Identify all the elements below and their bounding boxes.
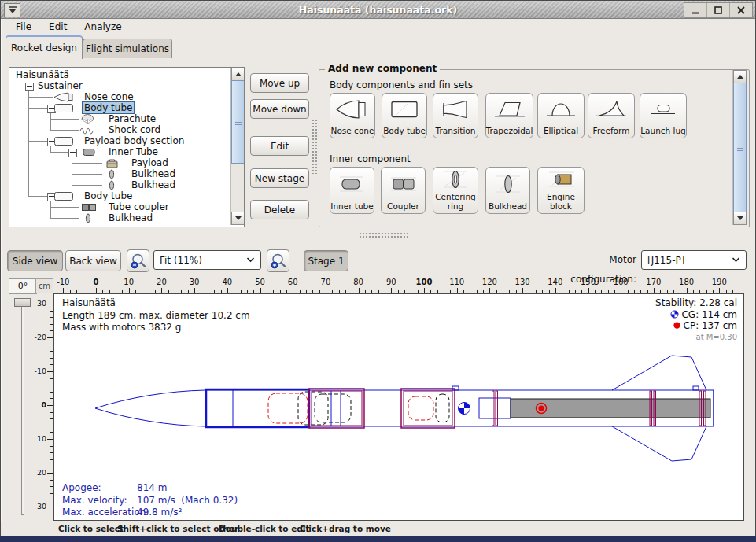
add-launch-lug-button[interactable]: Launch lug [640, 93, 687, 138]
scrollbar-thumb[interactable] [231, 80, 245, 164]
ruler-label: 0 [34, 400, 46, 409]
tree-item-payload[interactable]: Payload [130, 157, 170, 168]
parachute-marker[interactable] [268, 393, 308, 423]
move-down-button[interactable]: Move down [250, 99, 309, 119]
edit-button[interactable]: Edit [250, 136, 309, 156]
add-elliptical-button[interactable]: Elliptical [537, 93, 585, 138]
scrollbar-thumb[interactable] [733, 83, 747, 213]
ruler-tick [50, 486, 53, 487]
add-inner-tube-button[interactable]: Inner tube [330, 167, 374, 214]
tree-item-body-tube[interactable]: Body tube [82, 101, 135, 114]
tree-item-sustainer[interactable]: Sustainer [36, 80, 84, 91]
tree-item-parachute[interactable]: Parachute [107, 113, 157, 124]
tree-expander-icon[interactable] [25, 83, 34, 91]
tab-rocket-design[interactable]: Rocket design [6, 35, 83, 59]
rotation-angle-field[interactable]: 0° [9, 278, 37, 294]
motor-configuration-select[interactable]: [J115-P] [641, 250, 747, 270]
zoom-level-select[interactable]: Fit (11%) [153, 250, 261, 270]
scroll-up-icon[interactable] [231, 68, 245, 81]
centering-ring[interactable] [496, 391, 498, 426]
inner-tube-outline[interactable] [479, 398, 511, 418]
zoom-out-button[interactable] [127, 249, 149, 272]
ruler-label: 190 [707, 278, 731, 286]
flight-stat-value: 49.8 m/s² [137, 507, 182, 518]
shock-cord-marker[interactable] [298, 392, 328, 425]
component-label: Trapezoidal [486, 126, 533, 135]
tree-item-bulkhead[interactable]: Bulkhead [130, 179, 177, 190]
centering-ring[interactable] [492, 391, 495, 426]
add-body-tube-button[interactable]: Body tube [382, 93, 427, 138]
ruler-label: 170 [642, 278, 666, 286]
component-label: Transition [436, 126, 476, 135]
side-view-button[interactable]: Side view [7, 250, 63, 271]
launch-lug-rear[interactable] [693, 386, 699, 390]
vertical-splitter[interactable] [312, 119, 318, 174]
zoom-in-button[interactable] [267, 249, 289, 272]
stage-1-toggle[interactable]: Stage 1 [304, 250, 348, 271]
engine-block-icon [543, 168, 579, 192]
ruler-label: -30 [34, 299, 46, 308]
menu-file[interactable]: File [9, 20, 39, 33]
component-label: Body tube [383, 126, 426, 135]
title-bar[interactable]: Haisunäätä (haisunaata.ork) [1, 1, 755, 19]
coupler-section-outer[interactable] [401, 389, 455, 428]
rocket-view-canvas[interactable]: Haisunäätä Length 189 cm, max. diameter … [53, 293, 744, 521]
add-nose-cone-button[interactable]: Nose cone [330, 93, 375, 138]
back-view-button[interactable]: Back view [65, 250, 121, 271]
group-label-inner-component: Inner component [330, 153, 411, 164]
ruler-tick [47, 405, 53, 406]
add-transition-button[interactable]: Transition [433, 93, 478, 138]
rotation-slider-handle[interactable] [14, 298, 31, 307]
flight-stat-row: Max. acceleration:49.8 m/s² [62, 507, 238, 519]
tree-item-inner-tube[interactable]: Inner Tube [107, 146, 160, 157]
window-menu-icon[interactable] [4, 3, 20, 17]
body-tube-icon [53, 136, 76, 149]
scroll-down-icon[interactable] [733, 212, 747, 225]
ruler-tick [50, 432, 53, 433]
horizontal-splitter[interactable] [359, 232, 409, 238]
ruler-tick [50, 514, 53, 514]
add-trapezoidal-button[interactable]: Trapezoidal [485, 93, 533, 138]
component-label: Freeform [593, 126, 630, 135]
selected-body-tube[interactable] [206, 389, 309, 427]
tree-item-tube-coupler[interactable]: Tube coupler [107, 201, 171, 212]
fin-top[interactable] [612, 356, 706, 390]
maximize-button[interactable] [706, 3, 729, 17]
tree-item-shock-cord[interactable]: Shock cord [107, 124, 162, 135]
parachute-marker-2[interactable] [408, 396, 433, 420]
tree-connector [50, 152, 68, 153]
new-stage-button[interactable]: New stage [250, 168, 309, 188]
tab-flight-simulations[interactable]: Flight simulations [83, 39, 172, 58]
add-bulkhead-button[interactable]: Bulkhead [485, 167, 530, 214]
rotation-slider-track[interactable] [21, 300, 24, 515]
nose-cone-outline[interactable] [95, 390, 205, 426]
flight-stat-value: 107 m/s (Mach 0.32) [137, 495, 238, 506]
delete-button[interactable]: Delete [250, 200, 309, 219]
tree-item-bulkhead[interactable]: Bulkhead [107, 212, 154, 223]
component-tree[interactable]: HaisunäätäSustainerNose coneBody tubePar… [9, 67, 245, 227]
component-label: Engine block [538, 192, 584, 211]
move-up-button[interactable]: Move up [250, 73, 309, 93]
add-engine-block-button[interactable]: Engine block [537, 167, 585, 214]
tree-item-bulkhead[interactable]: Bulkhead [130, 168, 177, 179]
rocket-name: Haisunäätä [62, 297, 250, 310]
tree-item-haisun-t-[interactable]: Haisunäätä [14, 69, 71, 80]
close-button[interactable] [729, 3, 752, 17]
shock-cord-marker-2[interactable] [436, 394, 449, 422]
payload-marker[interactable] [315, 394, 351, 422]
add-coupler-button[interactable]: Coupler [381, 167, 426, 214]
add-centering-ring-button[interactable]: Centering ring [433, 167, 478, 214]
fin-bottom[interactable] [612, 426, 706, 461]
scroll-down-icon[interactable] [231, 212, 245, 225]
tree-item-payload-body-section[interactable]: Payload body section [83, 135, 186, 146]
menu-analyze[interactable]: Analyze [77, 20, 128, 33]
minimize-button[interactable] [684, 3, 706, 17]
menu-edit[interactable]: Edit [42, 20, 74, 33]
tree-expander-icon[interactable] [68, 149, 77, 157]
add-freeform-button[interactable]: Freeform [588, 93, 635, 138]
tree-item-nose-cone[interactable]: Nose cone [83, 91, 135, 102]
cp-value: CP: 137 cm [684, 320, 737, 331]
scroll-up-icon[interactable] [733, 70, 747, 83]
tree-item-body-tube[interactable]: Body tube [83, 190, 134, 201]
window-menu-glyph [8, 6, 17, 14]
